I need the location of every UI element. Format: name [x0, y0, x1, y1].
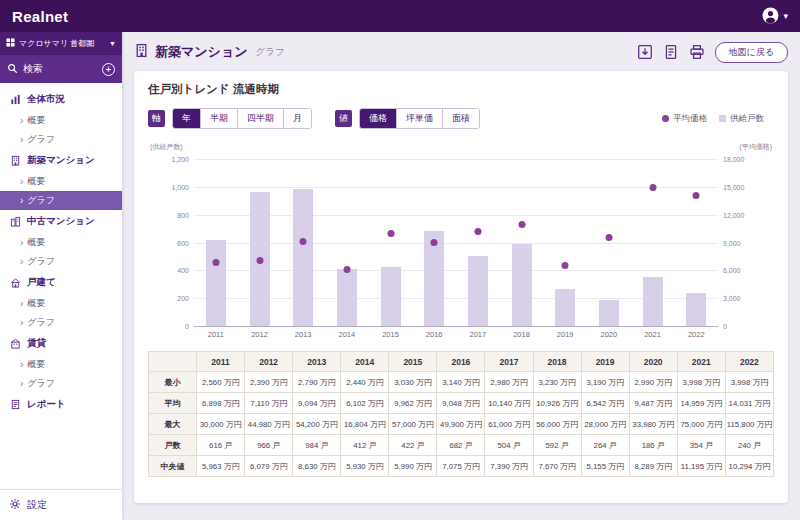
- sidebar-subitem-detached-house-graph[interactable]: ›グラフ: [0, 313, 122, 332]
- table-row-5: 中央値5,963 万円6,079 万円8,630 万円5,930 万円5,990…: [149, 456, 774, 477]
- export-icon: [637, 48, 653, 63]
- sidebar-item-detached-house[interactable]: 戸建て: [0, 271, 122, 294]
- table-cell: 9,048 万円: [437, 393, 485, 414]
- chart-column-2020: [587, 159, 631, 326]
- sidebar-subitem-detached-house-overview[interactable]: ›概要: [0, 294, 122, 313]
- legend-item-2: 供給戸数: [719, 113, 764, 125]
- value-option-1[interactable]: 価格: [360, 109, 396, 128]
- table-cell: 8,630 万円: [293, 456, 341, 477]
- chart-icon: [9, 94, 21, 105]
- print-button[interactable]: [689, 44, 706, 61]
- y-axis-tick-left: 400: [177, 267, 189, 274]
- summary-table-container: 2011201220132014201520162017201820192020…: [148, 351, 774, 477]
- sidebar-subitem-overall-market-overview[interactable]: ›概要: [0, 111, 122, 130]
- table-cell: 14,031 万円: [725, 393, 773, 414]
- table-cell: 2,980 万円: [485, 372, 533, 393]
- table-cell: 504 戸: [485, 435, 533, 456]
- table-cell: 57,000 万円: [389, 414, 437, 435]
- table-cell: 240 戸: [725, 435, 773, 456]
- axis-option-3[interactable]: 四半期: [237, 109, 283, 128]
- table-cell: 44,980 万円: [245, 414, 293, 435]
- building-icon: [9, 155, 21, 166]
- table-column-header-2016: 2016: [437, 352, 485, 372]
- sidebar-subitem-used-condo-graph[interactable]: ›グラフ: [0, 252, 122, 271]
- sidebar-subitem-label: グラフ: [27, 316, 55, 329]
- y-axis-tick-right: 0: [723, 323, 727, 330]
- x-axis-label-2021: 2021: [631, 330, 675, 342]
- table-cell: 9,094 万円: [293, 393, 341, 414]
- chart-column-2017: [456, 159, 500, 326]
- sidebar-subitem-new-condo-overview[interactable]: ›概要: [0, 172, 122, 191]
- header-actions: 地図に戻る: [637, 42, 788, 63]
- table-cell: 30,000 万円: [197, 414, 245, 435]
- table-row-4: 戸数616 戸966 戸984 戸412 戸422 戸682 戸504 戸592…: [149, 435, 774, 456]
- sidebar-item-rental[interactable]: 賃貸: [0, 332, 122, 355]
- table-column-header-2018: 2018: [533, 352, 581, 372]
- panel-title: 住戸別トレンド 流通時期: [148, 82, 774, 97]
- dot-2016: [431, 239, 438, 246]
- y-axis-tick-right: 15,000: [723, 183, 744, 190]
- document-button[interactable]: [663, 44, 680, 61]
- sidebar-subitem-label: グラフ: [27, 255, 55, 268]
- x-axis-label-2013: 2013: [281, 330, 325, 342]
- table-corner-cell: [149, 352, 197, 372]
- table-cell: 3,030 万円: [389, 372, 437, 393]
- table-cell: 11,195 万円: [677, 456, 725, 477]
- search-bar[interactable]: 検索 +: [0, 55, 122, 83]
- region-icon: [6, 38, 15, 49]
- chart-columns: [194, 159, 718, 326]
- sidebar-item-new-condo[interactable]: 新築マンション: [0, 149, 122, 172]
- table-cell: 75,000 万円: [677, 414, 725, 435]
- sidebar-item-overall-market[interactable]: 全体市況: [0, 88, 122, 111]
- table-cell: 984 戸: [293, 435, 341, 456]
- chevron-down-icon: ▾: [783, 11, 788, 21]
- sidebar-subitem-rental-graph[interactable]: ›グラフ: [0, 374, 122, 393]
- table-cell: 3,190 万円: [581, 372, 629, 393]
- table-row-2: 平均6,898 万円7,110 万円9,094 万円6,102 万円9,962 …: [149, 393, 774, 414]
- y-axis-tick-left: 200: [177, 295, 189, 302]
- top-bar: Realnet ▾: [0, 0, 800, 32]
- settings-button[interactable]: 設定: [0, 489, 122, 520]
- table-cell: 7,390 万円: [485, 456, 533, 477]
- table-cell: 33,980 万円: [629, 414, 677, 435]
- sidebar-subitem-label: 概要: [27, 236, 45, 249]
- sidebar-item-label: レポート: [27, 398, 66, 411]
- back-to-map-button[interactable]: 地図に戻る: [715, 42, 788, 63]
- axis-option-2[interactable]: 半期: [200, 109, 237, 128]
- add-search-button[interactable]: +: [102, 63, 115, 76]
- sidebar-item-report[interactable]: レポート: [0, 393, 122, 416]
- sidebar-subitem-new-condo-graph[interactable]: ›グラフ: [0, 191, 122, 210]
- chart-column-2016: [412, 159, 456, 326]
- chart-column-2021: [631, 159, 675, 326]
- sidebar-subitem-overall-market-graph[interactable]: ›グラフ: [0, 130, 122, 149]
- axis-option-4[interactable]: 月: [283, 109, 311, 128]
- table-column-header-2015: 2015: [389, 352, 437, 372]
- table-cell: 682 戸: [437, 435, 485, 456]
- sidebar-subitem-rental-overview[interactable]: ›概要: [0, 355, 122, 374]
- export-button[interactable]: [637, 44, 654, 61]
- axis-option-1[interactable]: 年: [173, 109, 200, 128]
- chevron-right-icon: ›: [20, 360, 23, 369]
- table-cell: 7,670 万円: [533, 456, 581, 477]
- dot-2019: [562, 262, 569, 269]
- sidebar-subitem-used-condo-overview[interactable]: ›概要: [0, 233, 122, 252]
- sidebar-item-label: 賃貸: [27, 337, 46, 350]
- table-cell: 3,140 万円: [437, 372, 485, 393]
- table-cell: 7,110 万円: [245, 393, 293, 414]
- table-row-header: 最大: [149, 414, 197, 435]
- sidebar-item-used-condo[interactable]: 中古マンション: [0, 210, 122, 233]
- bar-2014: [337, 269, 357, 326]
- house-icon: [9, 277, 21, 288]
- region-selector[interactable]: マクロサマリ 首都圏 ▼: [0, 32, 122, 55]
- page-title: 新築マンション: [155, 43, 248, 61]
- table-row-header: 最小: [149, 372, 197, 393]
- x-axis-label-2020: 2020: [587, 330, 631, 342]
- sidebar-subitem-label: 概要: [27, 358, 45, 371]
- table-cell: 14,959 万円: [677, 393, 725, 414]
- table-column-header-2011: 2011: [197, 352, 245, 372]
- user-menu[interactable]: ▾: [762, 7, 788, 26]
- value-option-3[interactable]: 面積: [442, 109, 479, 128]
- table-cell: 6,079 万円: [245, 456, 293, 477]
- dot-2012: [256, 257, 263, 264]
- value-option-2[interactable]: 坪単価: [396, 109, 442, 128]
